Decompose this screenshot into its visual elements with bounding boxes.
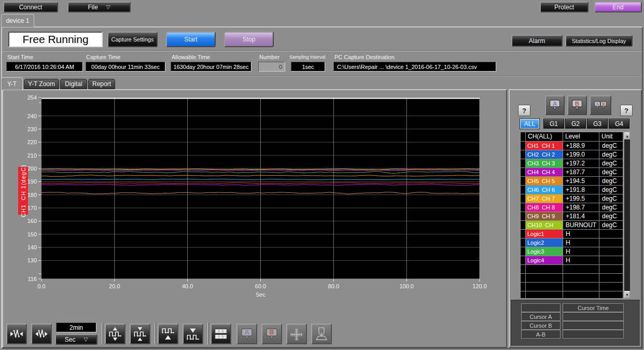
- channel-cell-name: CH1 CH 1: [526, 142, 563, 150]
- cursor-a-icon: A: [239, 326, 255, 342]
- channel-row[interactable]: CH5 CH 5+194.5degC: [521, 177, 623, 186]
- protect-button[interactable]: Protect: [540, 2, 589, 12]
- header-gutter: [521, 132, 526, 142]
- group-button-g2[interactable]: G2: [565, 119, 586, 129]
- channel-cell-name: Logic4: [526, 256, 563, 265]
- device-tab-label: device 1: [6, 17, 30, 24]
- svg-text:0.0: 0.0: [37, 283, 45, 289]
- wave-shift-down-icon: [185, 326, 201, 342]
- help-button-left[interactable]: ?: [518, 105, 530, 116]
- channel-row[interactable]: CH9 CH 9+181.4degC: [521, 212, 623, 221]
- channel-cell-gutter: [521, 239, 526, 247]
- channel-row[interactable]: Logic1H: [521, 230, 623, 239]
- capture-settings-label: Capture Settings: [111, 36, 154, 43]
- tab-report[interactable]: Report: [88, 79, 115, 89]
- tab-y-t-zoom[interactable]: Y-T Zoom: [24, 79, 59, 89]
- channel-cell-lvl: +181.4: [563, 212, 599, 221]
- channel-cell-unit: degC: [599, 212, 623, 221]
- waveform-shift-up-button[interactable]: [158, 324, 178, 344]
- cursor-a-button[interactable]: A: [545, 95, 565, 115]
- channel-row[interactable]: CH7 CH 7+199.5degC: [521, 194, 623, 203]
- channel-row[interactable]: Logic4H: [521, 256, 623, 265]
- channel-row-empty: [521, 265, 623, 274]
- cursor-b-toolbar-button[interactable]: B: [261, 324, 282, 344]
- tab-digital[interactable]: Digital: [60, 79, 87, 89]
- group-button-g1[interactable]: G1: [543, 119, 564, 129]
- channel-cell-name: CH2 CH 2: [526, 150, 563, 159]
- waveform-compress-vertical-button[interactable]: [130, 324, 150, 344]
- waveform-expand-vertical-button[interactable]: [105, 324, 125, 344]
- cursor-a-toolbar-button[interactable]: A: [236, 324, 257, 344]
- waveform-compress-horizontal-button[interactable]: [6, 324, 27, 344]
- svg-text:200: 200: [27, 165, 37, 172]
- stop-button[interactable]: Stop: [224, 32, 274, 47]
- start-button[interactable]: Start: [166, 32, 216, 47]
- channel-row[interactable]: CH4 CH 4+187.7degC: [521, 168, 623, 177]
- channel-row[interactable]: CH2 CH 2+199.0degC: [521, 150, 623, 159]
- file-menu-button[interactable]: File ▽: [67, 2, 131, 12]
- channel-cell-gutter: [521, 221, 526, 230]
- tab-y-t[interactable]: Y-T: [1, 77, 23, 90]
- channel-cell-name: [526, 265, 563, 274]
- crosshair-cursor-button[interactable]: [286, 324, 307, 344]
- channel-row[interactable]: CH3 CH 3+197.2degC: [521, 159, 623, 168]
- channel-row[interactable]: CH8 CH 8+198.7degC: [521, 203, 623, 212]
- time-unit-dropdown[interactable]: Sec ▽: [55, 334, 97, 345]
- channel-row[interactable]: CH6 CH 6+191.8degC: [521, 186, 623, 194]
- channel-cell-unit: degC: [599, 186, 623, 194]
- channel-cell-gutter: [521, 212, 526, 221]
- channel-row[interactable]: CH10 CHBURNOUTdegC: [521, 221, 623, 230]
- cursor-ab-button[interactable]: A B: [590, 95, 611, 115]
- waveform-shift-down-button[interactable]: [183, 324, 203, 344]
- channel-row[interactable]: Logic2H: [521, 239, 623, 247]
- connect-button[interactable]: Connect: [3, 2, 58, 12]
- svg-text:170: 170: [27, 205, 37, 211]
- wave-expand-v-icon: [107, 326, 123, 342]
- y-axis-channel-badge[interactable]: CH1 CH 1(degC): [18, 167, 28, 215]
- scroll-up-button[interactable]: ▲: [624, 132, 630, 139]
- channel-cell-lvl: +187.7: [563, 168, 599, 177]
- channel-cell-gutter: [521, 168, 526, 177]
- statistics-log-display-button[interactable]: Statistics/Log Display: [565, 35, 633, 47]
- header-channel: CH(ALL): [526, 132, 563, 142]
- help-button-right[interactable]: ?: [620, 105, 633, 116]
- start-label: Start: [184, 36, 197, 43]
- yt-plot-svg[interactable]: 2542402302202102001901801701601501401301…: [4, 95, 492, 301]
- group-button-g3[interactable]: G3: [587, 119, 608, 129]
- pc-capture-destination-text: C:\Users\Repair ... \device 1_2016-06-17…: [337, 64, 477, 70]
- svg-text:254: 254: [27, 95, 37, 101]
- waveform-expand-horizontal-button[interactable]: [31, 324, 52, 344]
- svg-text:20.0: 20.0: [109, 283, 120, 289]
- svg-text:190: 190: [27, 178, 37, 185]
- cursor-b-row-label: Cursor B: [521, 321, 561, 330]
- tab-device-1[interactable]: device 1: [1, 14, 34, 27]
- svg-text:100.0: 100.0: [399, 283, 414, 289]
- group-button-all[interactable]: ALL: [520, 119, 539, 129]
- cursor-a-text: Cursor A: [530, 314, 552, 320]
- channel-row[interactable]: CH1 CH 1+188.9degC: [521, 142, 623, 150]
- channel-row-empty: [521, 291, 623, 299]
- channel-cell-name: [526, 283, 563, 291]
- end-button[interactable]: End: [594, 2, 642, 12]
- channel-cell-name: [526, 291, 563, 299]
- pen-down-button[interactable]: [311, 324, 332, 344]
- capture-time-label: Capture Time: [86, 54, 120, 60]
- connect-label: Connect: [19, 4, 43, 11]
- channel-cell-gutter: [521, 230, 526, 239]
- channel-cell-lvl: +191.8: [563, 186, 599, 194]
- channel-cell-lvl: +194.5: [563, 177, 599, 186]
- scroll-down-button[interactable]: ▼: [624, 291, 630, 298]
- digital-grid-display-button[interactable]: [211, 324, 231, 344]
- channel-cell-lvl: [563, 291, 599, 299]
- channel-table-scrollbar[interactable]: ▲ ▼: [624, 132, 631, 299]
- group-button-g4[interactable]: G4: [609, 119, 629, 129]
- capture-settings-button[interactable]: Capture Settings: [107, 32, 158, 47]
- alarm-label: Alarm: [529, 37, 545, 45]
- cursor-b-button[interactable]: B: [567, 95, 587, 115]
- chevron-down-icon: ▽: [83, 337, 88, 342]
- channel-cell-unit: [599, 291, 623, 299]
- channel-row[interactable]: Logic3H: [521, 247, 623, 256]
- alarm-button[interactable]: Alarm: [511, 35, 563, 47]
- help-label: ?: [522, 107, 526, 115]
- channel-cell-gutter: [521, 177, 526, 186]
